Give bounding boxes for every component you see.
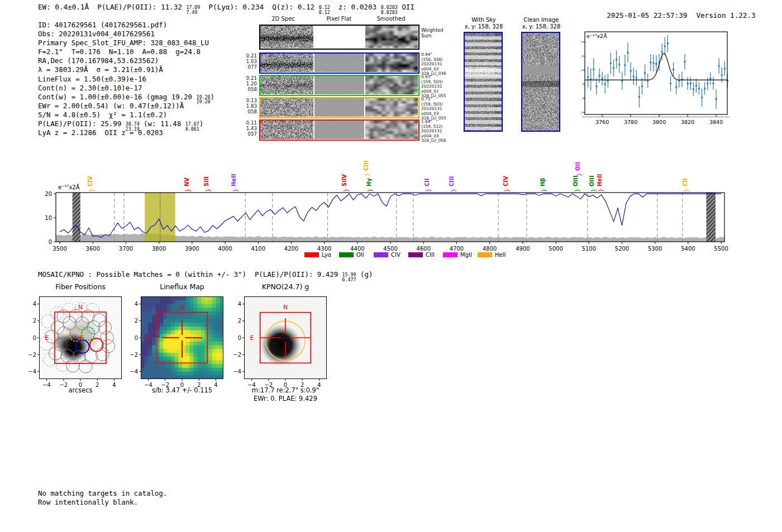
- spec2d-row-2-left-labels: 0.211.20058: [239, 76, 257, 92]
- svg-text:5000: 5000: [549, 246, 562, 252]
- stacked-fraction: 17.097.49: [186, 5, 200, 15]
- svg-text:8: 8: [581, 53, 581, 59]
- spec2d-cell-2-2: [365, 76, 418, 94]
- info-line-10: EWr = 2.00(±0.54) (w: 0.47(±0.12))Å: [38, 102, 214, 111]
- spec2d-cell-3-1: [314, 98, 364, 117]
- svg-text:Lyα: Lyα: [322, 252, 332, 258]
- info-line-12: P(LAE)/P(OII): 25.99 30.7423.19 (w: 11.4…: [38, 119, 214, 128]
- spec2d-cell-3-2: [365, 98, 418, 117]
- withsky-header: With Sky x, y: 158, 328: [455, 17, 513, 30]
- spec2d-cell-4-1: [314, 121, 364, 139]
- info-line-8: Cont(n) = 2.30(±0.10)e-17: [38, 84, 214, 93]
- svg-text:HeII: HeII: [495, 252, 506, 258]
- spec2d-row-4-left-labels: 0.111.43057: [239, 121, 257, 137]
- spec2d-row-2: [259, 75, 419, 96]
- svg-text:CII: CII: [682, 178, 688, 186]
- info-line-11: S/N = 4.8(±0.5) χ² = 1.1(±0.2): [38, 111, 214, 119]
- svg-text:4700: 4700: [450, 246, 464, 252]
- svg-text:0: 0: [49, 239, 52, 245]
- withsky-image: [465, 33, 502, 131]
- svg-text:e⁻¹⁷x2Å: e⁻¹⁷x2Å: [58, 184, 80, 190]
- spec2d-cell-1-1: [314, 54, 364, 72]
- report-meta: 2025-01-05 22:57:39Version 1.22.3: [590, 3, 756, 28]
- spec2d-row-4-right-labels: 1.84"(159, 512)20220131v004_03328_LU_056: [421, 119, 457, 143]
- spec2d-cell-1-2: [365, 54, 418, 72]
- footer-line-1: No matching targets in catalog.: [38, 489, 167, 498]
- svg-text:4400: 4400: [350, 246, 364, 252]
- stacked-fraction: 0.120.12: [319, 5, 330, 15]
- mosaic-kpno-line: MOSAIC/KPNO : Possible Matches = 0 (with…: [38, 270, 373, 282]
- svg-text:4900: 4900: [516, 246, 530, 252]
- report-timestamp: 2025-01-05 22:57:39: [607, 11, 687, 20]
- svg-text:{: {: [206, 189, 212, 192]
- col-header-pixelflat: Pixel Flat: [311, 16, 367, 22]
- line-fit-svg: 376037803800382038400246810e⁻¹⁷x2Å: [581, 28, 733, 134]
- svg-text:{: {: [368, 189, 374, 192]
- svg-text:5100: 5100: [582, 246, 596, 252]
- svg-text:CIV: CIV: [391, 252, 400, 258]
- full-spectrum-svg: 3500360037003800390040004100420043004400…: [0, 150, 782, 270]
- svg-text:NV: NV: [184, 178, 190, 186]
- spec2d-row-3-right-labels: 0.71"(159, 503)20220131v004_03328_LU_055: [421, 97, 457, 121]
- svg-text:0: 0: [581, 109, 581, 116]
- svg-text:SiII: SiII: [203, 176, 209, 186]
- spec2d-cell-2-1: [314, 76, 364, 94]
- svg-text:3900: 3900: [185, 246, 199, 252]
- stacked-fraction: 17.678.061: [185, 122, 199, 131]
- full-spectrum-plot: 3500360037003800390040004100420043004400…: [0, 150, 782, 270]
- svg-text:{: {: [684, 189, 690, 192]
- svg-text:4800: 4800: [483, 246, 497, 252]
- spec2d-cell-3-0: [260, 98, 313, 117]
- svg-text:{: {: [575, 189, 581, 192]
- spec2d-cell-0-2: [365, 26, 418, 48]
- svg-text:4600: 4600: [417, 246, 431, 252]
- svg-text:4200: 4200: [284, 246, 298, 252]
- fiber-positions-title: Fiber Positions: [25, 282, 136, 291]
- svg-text:OIII: OIII: [573, 175, 579, 186]
- spec2d-row-3-left-labels: 0.131.83058: [239, 98, 257, 114]
- info-line-6: λ = 3803.29Å σ = 3.21(±0.91)Å: [38, 65, 214, 74]
- stacked-fraction: 15.996.477: [342, 272, 356, 282]
- lineflux-map-plot: [126, 295, 238, 391]
- spec2d-cell-4-0: [260, 121, 313, 139]
- clean-subtitle: x, y: 158, 328: [512, 23, 570, 30]
- svg-text:CIV: CIV: [503, 176, 509, 186]
- svg-text:3760: 3760: [595, 119, 609, 125]
- fiber-positions-xlabel: arcsecs: [25, 386, 136, 394]
- svg-text:3820: 3820: [681, 119, 694, 125]
- line-fit-plot: 376037803800382038400246810e⁻¹⁷x2Å: [581, 28, 733, 134]
- stacked-fraction: 19.2019.20: [196, 95, 210, 104]
- svg-text:6: 6: [581, 67, 581, 73]
- spec2d-row-0-right-labels: WeightedSum: [421, 28, 457, 39]
- lineflux-map-xlabel: s/b: 3.47 +/- 0.115: [126, 386, 238, 394]
- summary-stats-line: EW: 0.4±0.1Å P(LAE)/P(OII): 11.32 17.097…: [38, 3, 414, 15]
- kpno-xlabel-2: EWr: 0. PLAE: 9.429: [230, 395, 341, 402]
- svg-text:MgII: MgII: [460, 252, 472, 258]
- clean-cutout: [521, 32, 560, 132]
- svg-text:{: {: [598, 189, 604, 192]
- spec2d-row-3: [259, 97, 419, 118]
- svg-text:3800: 3800: [652, 119, 666, 125]
- svg-text:Hγ: Hγ: [366, 178, 372, 186]
- spec2d-row-1-right-labels: 0.94"(158, 328)20220131v004_02328_LU_036: [421, 52, 457, 76]
- svg-text:{: {: [89, 189, 96, 192]
- svg-text:5300: 5300: [648, 246, 662, 252]
- info-line-1: ID: 4017629561 (4017629561.pdf): [38, 21, 214, 30]
- svg-text:SiIV: SiIV: [341, 174, 347, 186]
- kpno-xlabel-1: m:17.7 re:2.7" s:0.9": [230, 386, 341, 394]
- kpno-plot: [230, 295, 341, 391]
- svg-text:10: 10: [581, 39, 581, 45]
- svg-text:CII: CII: [424, 178, 430, 186]
- svg-text:Hβ: Hβ: [540, 178, 546, 186]
- svg-text:4500: 4500: [383, 246, 397, 252]
- spec2d-cell-2-0: [260, 76, 313, 94]
- withsky-cutout: [464, 32, 503, 132]
- lineflux-map-title: Lineflux Map: [126, 282, 238, 291]
- svg-text:OII: OII: [575, 162, 581, 171]
- svg-text:5200: 5200: [615, 246, 629, 252]
- spec2d-row-1: [259, 52, 419, 74]
- info-line-5: RA,Dec (170.167984,53.623562): [38, 56, 214, 65]
- svg-text:3840: 3840: [709, 119, 723, 125]
- svg-text:{: {: [591, 189, 597, 192]
- svg-text:CIII: CIII: [363, 160, 369, 171]
